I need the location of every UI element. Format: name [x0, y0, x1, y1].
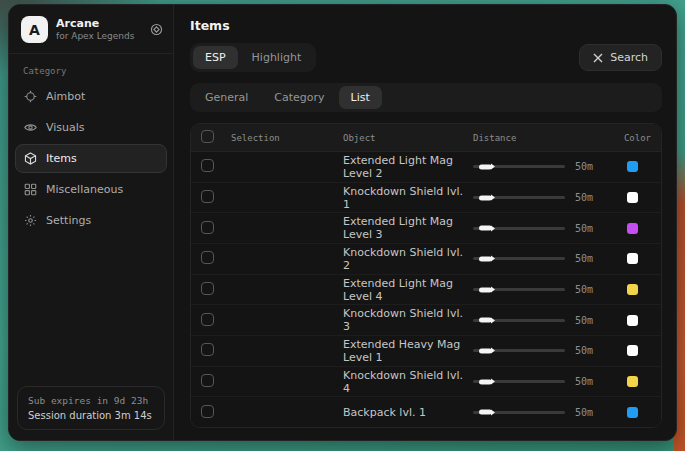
distance-value: 50m	[575, 376, 593, 387]
distance-value: 50m	[575, 192, 593, 203]
search-button-label: Search	[610, 51, 648, 64]
color-swatch[interactable]	[627, 253, 638, 264]
sub-expiry-text: Sub expires in 9d 23h	[28, 395, 154, 406]
app-subtitle: for Apex Legends	[56, 31, 142, 43]
sidebar-item-label: Settings	[46, 214, 91, 227]
sidebar-item-aimbot[interactable]: Aimbot	[15, 82, 167, 111]
table-row: Backpack lvl. 1 50m	[191, 397, 661, 427]
distance-value: 50m	[575, 284, 593, 295]
search-button[interactable]: Search	[579, 44, 662, 71]
object-name: Backpack lvl. 1	[343, 406, 473, 419]
color-swatch[interactable]	[627, 315, 638, 326]
row-checkbox[interactable]	[201, 221, 214, 234]
tab-category[interactable]: Category	[262, 86, 336, 109]
distance-slider[interactable]	[473, 411, 565, 414]
slider-thumb[interactable]	[479, 287, 492, 292]
distance-slider[interactable]	[473, 196, 565, 199]
slider-thumb[interactable]	[479, 318, 492, 323]
sidebar-item-visuals[interactable]: Visuals	[15, 113, 167, 142]
eye-icon	[24, 121, 37, 134]
distance-slider[interactable]	[473, 227, 565, 230]
table-row: Knockdown Shield lvl. 4 50m	[191, 367, 661, 398]
table-row: Knockdown Shield lvl. 2 50m	[191, 244, 661, 275]
distance-slider[interactable]	[473, 257, 565, 260]
app-logo: A	[21, 16, 48, 43]
gear-icon	[24, 214, 37, 227]
items-table: Selection Object Distance Color Extended…	[190, 123, 662, 428]
object-name: Knockdown Shield lvl. 3	[343, 307, 473, 333]
table-row: Extended Heavy Mag Level 1 50m	[191, 336, 661, 367]
sidebar-item-label: Visuals	[46, 121, 85, 134]
distance-value: 50m	[575, 407, 593, 418]
shield-icon[interactable]	[150, 23, 163, 36]
row-checkbox[interactable]	[201, 159, 214, 172]
distance-slider[interactable]	[473, 165, 565, 168]
distance-slider[interactable]	[473, 349, 565, 352]
slider-thumb[interactable]	[479, 195, 492, 200]
sidebar-item-items[interactable]: Items	[15, 144, 167, 173]
sidebar-item-settings[interactable]: Settings	[15, 206, 167, 235]
slider-thumb[interactable]	[479, 256, 492, 261]
slider-thumb[interactable]	[479, 348, 492, 353]
color-swatch[interactable]	[627, 376, 638, 387]
tab-highlight[interactable]: Highlight	[240, 46, 314, 69]
object-name: Extended Light Mag Level 3	[343, 215, 473, 241]
distance-value: 50m	[575, 345, 593, 356]
row-checkbox[interactable]	[201, 313, 214, 326]
toolbar: ESP Highlight Search	[190, 43, 662, 72]
grid-icon	[24, 183, 37, 196]
row-checkbox[interactable]	[201, 282, 214, 295]
slider-thumb[interactable]	[479, 226, 492, 231]
sidebar-item-label: Items	[46, 152, 77, 165]
mode-tabs: ESP Highlight	[190, 43, 316, 72]
column-header-color: Color	[613, 133, 651, 143]
table-header: Selection Object Distance Color	[191, 124, 661, 152]
table-row: Knockdown Shield lvl. 1 50m	[191, 183, 661, 214]
distance-slider[interactable]	[473, 288, 565, 291]
column-header-object: Object	[343, 133, 473, 143]
slider-thumb[interactable]	[479, 379, 492, 384]
distance-value: 50m	[575, 315, 593, 326]
object-name: Extended Light Mag Level 4	[343, 277, 473, 303]
row-checkbox[interactable]	[201, 190, 214, 203]
crosshair-icon	[24, 90, 37, 103]
row-checkbox[interactable]	[201, 343, 214, 356]
color-swatch[interactable]	[627, 284, 638, 295]
slider-thumb[interactable]	[479, 410, 492, 415]
table-body: Extended Light Mag Level 2 50m Knockdown…	[191, 152, 661, 427]
row-checkbox[interactable]	[201, 374, 214, 387]
object-name: Knockdown Shield lvl. 1	[343, 185, 473, 211]
slider-thumb[interactable]	[479, 164, 492, 169]
sidebar: A Arcane for Apex Legends Category Aimbo…	[9, 5, 174, 440]
sidebar-item-label: Miscellaneous	[46, 183, 123, 196]
color-swatch[interactable]	[627, 161, 638, 172]
object-name: Extended Light Mag Level 2	[343, 154, 473, 180]
row-checkbox[interactable]	[201, 405, 214, 418]
color-swatch[interactable]	[627, 223, 638, 234]
distance-slider[interactable]	[473, 319, 565, 322]
page-title: Items	[190, 18, 662, 33]
table-row: Extended Light Mag Level 3 50m	[191, 213, 661, 244]
row-checkbox[interactable]	[201, 251, 214, 264]
tab-general[interactable]: General	[193, 86, 260, 109]
object-name: Extended Heavy Mag Level 1	[343, 338, 473, 364]
tab-list[interactable]: List	[339, 86, 382, 109]
app-name: Arcane	[56, 17, 142, 31]
sidebar-nav: Aimbot Visuals Items	[9, 80, 173, 237]
distance-slider[interactable]	[473, 380, 565, 383]
sidebar-category-label: Category	[9, 54, 173, 80]
color-swatch[interactable]	[627, 192, 638, 203]
tab-esp[interactable]: ESP	[193, 46, 238, 69]
view-tabs: General Category List	[190, 83, 662, 112]
object-name: Knockdown Shield lvl. 4	[343, 369, 473, 395]
table-row: Knockdown Shield lvl. 3 50m	[191, 305, 661, 336]
color-swatch[interactable]	[627, 345, 638, 356]
sidebar-item-label: Aimbot	[46, 90, 85, 103]
column-header-distance: Distance	[473, 133, 613, 143]
session-duration-text: Session duration 3m 14s	[28, 410, 154, 421]
sidebar-item-miscellaneous[interactable]: Miscellaneous	[15, 175, 167, 204]
select-all-checkbox[interactable]	[201, 130, 214, 143]
table-row: Extended Light Mag Level 4 50m	[191, 275, 661, 306]
x-icon	[593, 53, 603, 63]
color-swatch[interactable]	[627, 407, 638, 418]
